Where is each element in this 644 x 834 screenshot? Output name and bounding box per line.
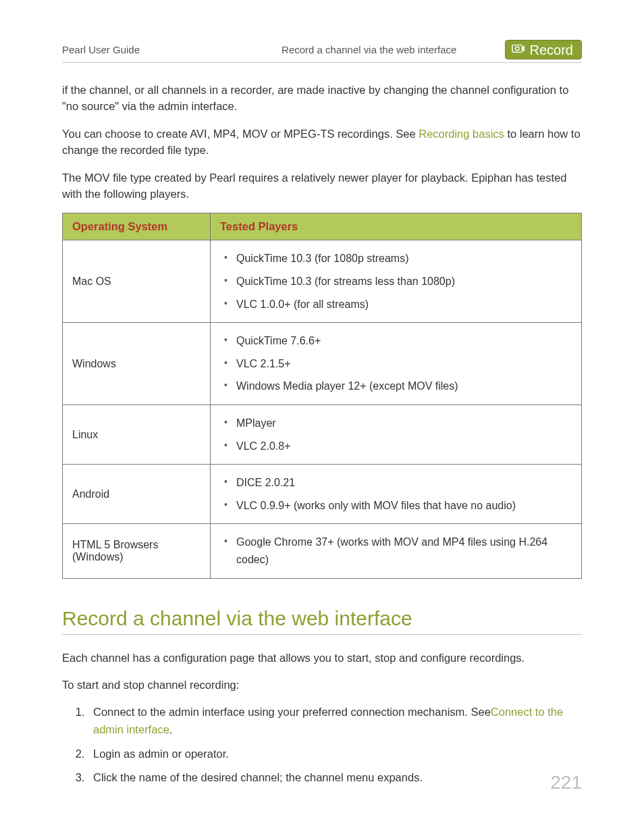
section-breadcrumb: Record a channel via the web interface	[140, 44, 504, 55]
section-paragraph-1: Each channel has a configuration page th…	[62, 650, 582, 666]
players-cell: Google Chrome 37+ (works with MOV and MP…	[211, 524, 582, 578]
svg-rect-0	[512, 45, 522, 53]
list-item: Google Chrome 37+ (works with MOV and MP…	[220, 531, 572, 571]
table-row: Linux MPlayer VLC 2.0.8+	[63, 405, 582, 465]
os-cell: HTML 5 Browsers (Windows)	[63, 524, 211, 578]
intro-paragraph-1: if the channel, or all channels in a rec…	[62, 82, 582, 115]
os-cell: Windows	[63, 323, 211, 405]
os-cell: Linux	[63, 405, 211, 465]
os-cell: Android	[63, 465, 211, 524]
p2-pre: You can choose to create AVI, MP4, MOV o…	[62, 128, 419, 140]
list-item: VLC 2.0.8+	[220, 435, 572, 458]
players-cell: QuickTime 7.6.6+ VLC 2.1.5+ Windows Medi…	[211, 323, 582, 405]
list-item: Windows Media player 12+ (except MOV fil…	[220, 375, 572, 398]
step-3: Click the name of the desired channel; t…	[88, 769, 582, 787]
list-item: MPlayer	[220, 412, 572, 435]
page-number: 221	[550, 772, 582, 793]
list-item: VLC 2.1.5+	[220, 353, 572, 375]
camera-record-icon	[511, 43, 526, 57]
list-item: QuickTime 10.3 (for streams less than 10…	[220, 270, 572, 293]
step-2: Login as admin or operator.	[88, 746, 582, 763]
list-item: DICE 2.0.21	[220, 471, 572, 494]
players-cell: DICE 2.0.21 VLC 0.9.9+ (works only with …	[211, 465, 582, 524]
record-badge: Record	[505, 40, 582, 59]
section-paragraph-2: To start and stop channel recording:	[62, 677, 582, 693]
players-cell: QuickTime 10.3 (for 1080p streams) Quick…	[211, 240, 582, 323]
svg-point-1	[515, 47, 518, 50]
table-header-row: Operating System Tested Players	[63, 213, 582, 240]
list-item: VLC 1.0.0+ (for all streams)	[220, 293, 572, 316]
recording-basics-link[interactable]: Recording basics	[419, 128, 504, 140]
list-item: QuickTime 7.6.6+	[220, 330, 572, 353]
badge-label: Record	[530, 43, 573, 57]
intro-paragraph-2: You can choose to create AVI, MP4, MOV o…	[62, 126, 582, 159]
step-1-pre: Connect to the admin interface using you…	[93, 706, 491, 718]
steps-list: Connect to the admin interface using you…	[62, 704, 582, 786]
step-1: Connect to the admin interface using you…	[88, 704, 582, 738]
th-players: Tested Players	[211, 213, 582, 240]
intro-paragraph-3: The MOV file type created by Pearl requi…	[62, 170, 582, 203]
doc-title: Pearl User Guide	[62, 44, 140, 55]
th-os: Operating System	[63, 213, 211, 240]
section-heading: Record a channel via the web interface	[62, 607, 582, 635]
players-cell: MPlayer VLC 2.0.8+	[211, 405, 582, 465]
page-header: Pearl User Guide Record a channel via th…	[62, 40, 582, 63]
table-row: HTML 5 Browsers (Windows) Google Chrome …	[63, 524, 582, 578]
os-cell: Mac OS	[63, 240, 211, 323]
table-row: Android DICE 2.0.21 VLC 0.9.9+ (works on…	[63, 465, 582, 524]
table-row: Mac OS QuickTime 10.3 (for 1080p streams…	[63, 240, 582, 323]
list-item: VLC 0.9.9+ (works only with MOV files th…	[220, 494, 572, 517]
step-1-post: .	[169, 723, 173, 735]
table-row: Windows QuickTime 7.6.6+ VLC 2.1.5+ Wind…	[63, 323, 582, 405]
list-item: QuickTime 10.3 (for 1080p streams)	[220, 247, 572, 270]
tested-players-table: Operating System Tested Players Mac OS Q…	[62, 213, 582, 578]
